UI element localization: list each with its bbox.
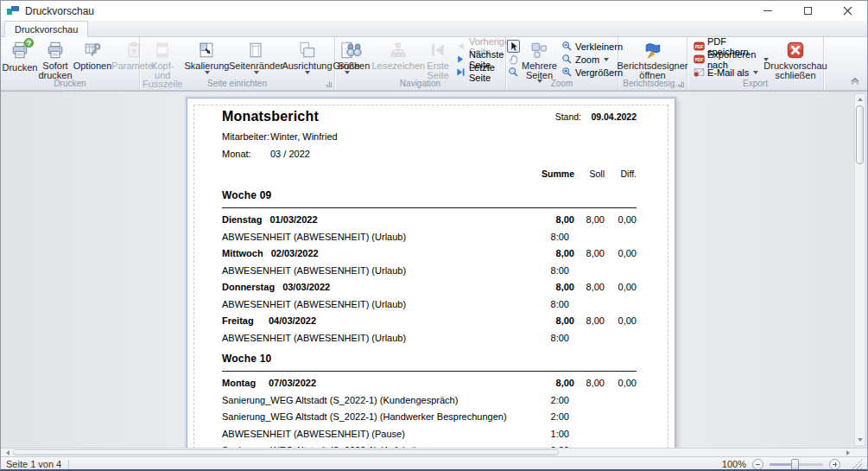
field-label: Monat:: [222, 149, 270, 159]
ribbon-group-seite-einrichten: Kopf- und Fusszeile Skalierung Seitenrän…: [140, 37, 335, 90]
soll-value: 8,00: [570, 212, 605, 229]
entry-text: ABWESENHEIT (ABWESENHEIT) (Urlaub): [222, 299, 406, 309]
vertical-scrollbar[interactable]: [854, 93, 865, 446]
report-designer-button[interactable]: Berichtsdesigner öffnen: [620, 39, 686, 80]
titlebar: Druckvorschau: [1, 1, 867, 21]
vertical-scrollbar-thumb[interactable]: [856, 105, 864, 164]
resize-grip[interactable]: [852, 459, 862, 469]
tab-druckvorschau[interactable]: Druckvorschau: [4, 21, 88, 37]
collapse-ribbon-icon[interactable]: [848, 73, 862, 87]
entry-time: 2:00: [524, 409, 569, 426]
field-row: Mitarbeiter: Winter, Winfried: [222, 128, 637, 145]
field-row: Monat: 03 / 2022: [222, 145, 637, 162]
close-preview-button[interactable]: Druckvorschau schließen: [771, 39, 820, 80]
week-divider: [222, 371, 637, 372]
zoom-out-icon: [561, 41, 573, 52]
dialog-launcher-icon[interactable]: [326, 82, 332, 87]
maximize-button[interactable]: [788, 1, 827, 21]
last-page-icon: [455, 67, 466, 78]
zoom-tool-button[interactable]: [507, 66, 520, 79]
ribbon-group-drucken: ? Drucken Sofort drucken Optionen Parame…: [1, 37, 140, 90]
day-date: 02/03/2022: [271, 248, 319, 258]
orientation-button[interactable]: Ausrichtung: [282, 39, 331, 80]
entry-row: Sanierung_WEG Altstadt (S_2022-1) (Kunde…: [222, 392, 637, 410]
day-name: Dienstag: [222, 212, 262, 229]
options-button[interactable]: Optionen: [73, 39, 112, 80]
search-button[interactable]: Suchen: [336, 39, 371, 80]
group-label-export: Export: [687, 79, 823, 90]
pdf-export-icon: [694, 54, 705, 65]
soll-value: 8,00: [570, 313, 605, 330]
zoom-in-button[interactable]: Vergrößern: [559, 66, 625, 79]
minimize-button[interactable]: [748, 1, 788, 21]
app-logo-icon: [7, 5, 20, 16]
ribbon-filler: [824, 37, 867, 90]
bookmark-tree-icon: [389, 41, 408, 60]
help-badge: ?: [24, 38, 34, 48]
report-weeks: Woche 09Dienstag01/03/20228,008,000,00AB…: [222, 189, 637, 448]
day-row: Mittwoch02/03/20228,008,000,00: [222, 245, 637, 263]
scaling-button[interactable]: Skalierung: [184, 39, 229, 80]
diff-value: 0,00: [602, 279, 637, 296]
window-title: Druckvorschau: [25, 5, 94, 17]
zoom-in-button-statusbar[interactable]: [829, 459, 840, 470]
last-page-button[interactable]: Letzte Seite: [453, 66, 512, 79]
orientation-icon: [297, 41, 316, 60]
field-value: Winter, Winfried: [270, 131, 338, 142]
close-icon: [843, 6, 852, 16]
close-button[interactable]: [827, 1, 867, 21]
scroll-right-icon[interactable]: [843, 449, 853, 456]
column-header-row: Summe Soll Diff.: [222, 165, 637, 183]
zoom-out-button[interactable]: Verkleinern: [559, 40, 625, 53]
scroll-up-icon[interactable]: [855, 94, 865, 105]
day-name: Montag: [222, 375, 261, 392]
summe-value: 8,00: [529, 245, 574, 263]
summe-value: 8,00: [529, 313, 574, 330]
scroll-left-icon[interactable]: [3, 449, 13, 456]
diff-value: 0,00: [602, 375, 637, 392]
export-to-button[interactable]: Exportieren nach: [691, 53, 771, 66]
zoom-dropdown-button[interactable]: Zoom: [559, 53, 625, 66]
field-value: 03 / 2022: [270, 149, 310, 159]
entry-text: ABWESENHEIT (ABWESENHEIT) (Urlaub): [222, 333, 406, 343]
day-name: Freitag: [222, 313, 261, 330]
zoom-out-button-statusbar[interactable]: [752, 459, 763, 470]
hand-tool-button[interactable]: [507, 53, 520, 66]
pointer-tool-button[interactable]: [507, 40, 520, 53]
horizontal-scrollbar-thumb[interactable]: [13, 449, 559, 455]
first-page-button: Erste Seite: [425, 39, 451, 80]
options-wrench-icon: [83, 41, 102, 60]
zoom-level: 100%: [722, 459, 746, 469]
group-label-navigation: Navigation: [335, 79, 505, 90]
day-row: Dienstag01/03/20228,008,000,00: [222, 212, 637, 229]
margins-button[interactable]: Seitenränder: [229, 39, 282, 80]
email-as-button[interactable]: E-Mail als: [691, 66, 771, 79]
zoom-slider[interactable]: [770, 463, 823, 466]
entry-row: ABWESENHEIT (ABWESENHEIT) (Urlaub)8:00: [222, 296, 637, 314]
dialog-launcher-icon[interactable]: [679, 82, 684, 87]
multiple-pages-button[interactable]: Mehrere Seiten: [520, 39, 559, 80]
report-content: Monatsbericht Stand: 09.04.2022 Mitarbei…: [222, 109, 637, 448]
email-icon: [694, 67, 705, 78]
day-name: Donnerstag: [222, 279, 275, 296]
group-label-seite-einrichten: Seite einrichten: [140, 79, 334, 90]
entry-time: 8:00: [524, 296, 569, 314]
first-page-icon: [428, 41, 447, 60]
print-button[interactable]: ? Drucken: [2, 39, 38, 80]
day-name: Mittwoch: [222, 245, 263, 263]
report-title: Monatsbericht: [222, 109, 319, 124]
horizontal-scrollbar[interactable]: [1, 448, 867, 456]
entry-text: ABWESENHEIT (ABWESENHEIT) (Urlaub): [222, 232, 406, 242]
scroll-down-icon[interactable]: [855, 435, 865, 445]
pdf-icon: [694, 41, 705, 52]
soll-value: 8,00: [570, 279, 605, 296]
entry-time: 8:00: [524, 330, 569, 347]
print-immediately-button[interactable]: Sofort drucken: [38, 39, 73, 80]
previous-page-icon: [455, 41, 466, 52]
preview-area[interactable]: Monatsbericht Stand: 09.04.2022 Mitarbei…: [1, 91, 867, 448]
entry-row: ABWESENHEIT (ABWESENHEIT) (Urlaub)8:00: [222, 263, 637, 280]
column-header-soll: Soll: [570, 169, 605, 179]
summe-value: 8,00: [529, 212, 574, 229]
zoom-slider-thumb[interactable]: [791, 459, 799, 470]
header-footer-button: Kopf- und Fusszeile: [141, 39, 184, 80]
